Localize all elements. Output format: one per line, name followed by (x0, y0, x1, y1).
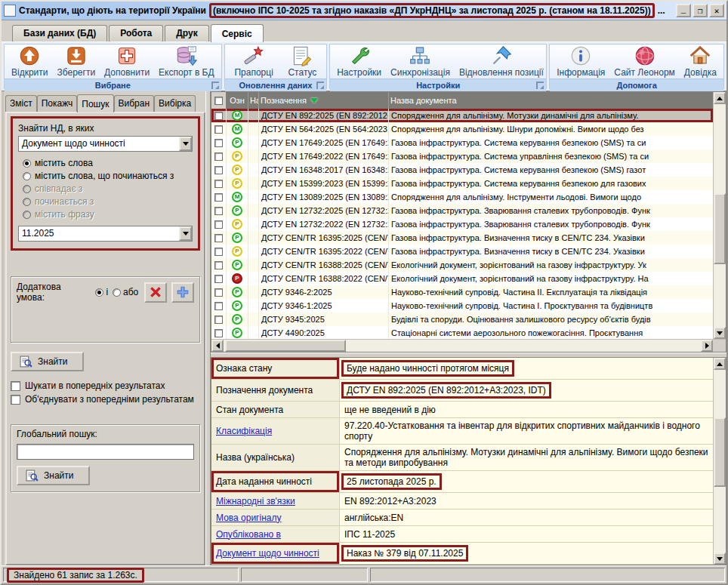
table-row[interactable]: Р ДСТУ EN 17649:2025 (EN 17649:2022, Газ… (211, 136, 713, 149)
row-checkbox[interactable] (214, 152, 223, 161)
search-value-dropdown[interactable]: 11.2025 (18, 226, 193, 242)
scroll-thumb[interactable] (225, 340, 346, 352)
table-row[interactable]: Р ДСТУ 9346-1:2025 Науково-технічний суп… (211, 299, 713, 313)
vertical-splitter[interactable] (205, 91, 211, 565)
tab-print[interactable]: Друк (165, 25, 208, 42)
row-checkbox[interactable] (214, 316, 223, 324)
row-checkbox[interactable] (214, 139, 223, 147)
detail-label[interactable]: Міжнародні зв'язки (216, 496, 295, 506)
table-row[interactable]: М ДСТУ EN 564:2025 (EN 564:2023, IDT) Сп… (211, 122, 713, 136)
scroll-down-icon[interactable] (714, 553, 726, 565)
tab-databases[interactable]: Бази даних (БД) (12, 25, 107, 42)
tab-service[interactable]: Сервіс (211, 24, 264, 42)
row-checkbox[interactable] (214, 166, 223, 174)
restore-position-button[interactable]: Відновлення позиції (457, 45, 546, 78)
table-row[interactable]: Р ДСТУ CEN/TR 16395:2022 (CEN/TR 16: Газ… (211, 245, 713, 258)
row-checkbox[interactable] (214, 248, 223, 256)
sidebar-tab-index[interactable]: Покажч (37, 95, 78, 112)
search-in-previous-checkbox[interactable]: Шукати в попередніх результатах (11, 380, 200, 391)
row-checkbox[interactable] (214, 275, 223, 283)
sidebar-tab-contents[interactable]: Зміст (5, 95, 37, 112)
row-checkbox[interactable] (214, 288, 223, 297)
scroll-thumb[interactable] (714, 417, 726, 487)
detail-label[interactable]: Документ щодо чинності (216, 548, 319, 559)
select-all-checkbox[interactable] (211, 92, 227, 109)
column-header-title[interactable]: Назва документа (389, 92, 713, 109)
horizontal-splitter[interactable] (211, 353, 726, 358)
leonorm-site-button[interactable]: Сайт Леонорм (612, 45, 677, 78)
column-header-status[interactable]: Озн (227, 92, 248, 109)
dropdown-arrow-icon[interactable] (179, 137, 192, 151)
append-button[interactable]: Доповнити (102, 45, 152, 78)
table-row[interactable]: Р ДСТУ EN 12732:2022 (EN 12732:2021, Газ… (211, 217, 713, 231)
table-row[interactable]: Р ДСТУ 9346-2:2025 Науково-технічний суп… (211, 285, 713, 299)
table-row[interactable]: Р ДСТУ CEN/TR 16395:2025 (CEN/TR 16: Газ… (211, 231, 713, 245)
settings-button[interactable]: Настройки (335, 45, 384, 78)
detail-label[interactable]: Класифікація (216, 426, 272, 436)
filter-icon[interactable] (310, 98, 318, 103)
scroll-left-icon[interactable] (211, 340, 224, 352)
status-button[interactable]: Статус (285, 45, 319, 78)
table-row[interactable]: Р ДСТУ EN 17649:2022 (EN 17649:2022, Газ… (211, 149, 713, 163)
scroll-down-icon[interactable] (714, 327, 726, 339)
sync-button[interactable]: Синхронізація (388, 45, 452, 78)
merge-with-previous-checkbox[interactable]: Об'єднувати з попередніми результатам (11, 394, 200, 405)
column-header-code[interactable]: Позначення (259, 92, 389, 109)
details-vertical-scrollbar[interactable] (713, 358, 726, 565)
detail-label[interactable]: Мова оригіналу (216, 513, 281, 523)
global-search-input[interactable] (17, 444, 194, 460)
save-button[interactable]: Зберегти (55, 45, 98, 78)
row-checkbox[interactable] (214, 302, 223, 310)
help-button[interactable]: Довідка (682, 45, 719, 78)
match-mode-radio[interactable]: починається з (23, 196, 193, 207)
table-row[interactable]: Р ДСТУ CEN/TR 16388:2022 (CEN/TR 16: Еко… (211, 272, 713, 285)
table-row[interactable]: Р ДСТУ EN 12732:2025 (EN 12732:2021, Газ… (211, 204, 713, 217)
global-find-button[interactable]: Знайти (17, 466, 90, 485)
table-row[interactable]: Р ДСТУ 4490:2025 Стаціонарні системи аер… (211, 326, 713, 339)
remove-condition-button[interactable] (144, 282, 167, 303)
row-checkbox[interactable] (214, 220, 223, 229)
table-row[interactable]: Р ДСТУ EN 16348:2017 (EN 16348:2013, Газ… (211, 163, 713, 177)
tab-work[interactable]: Робота (109, 25, 163, 42)
row-checkbox[interactable] (214, 261, 223, 269)
table-row[interactable]: М ДСТУ EN 13089:2025 (EN 13089:2011+ Спо… (211, 190, 713, 204)
grid-horizontal-scrollbar[interactable] (211, 339, 726, 352)
scroll-thumb[interactable] (714, 193, 726, 264)
grid-vertical-scrollbar[interactable] (713, 92, 726, 339)
add-condition-button[interactable] (171, 282, 194, 303)
open-button[interactable]: Відкрити (9, 45, 51, 78)
and-radio[interactable]: і (95, 287, 108, 297)
search-field-dropdown[interactable]: Документ щодо чинності (18, 136, 193, 152)
flags-button[interactable]: Прапорці (232, 45, 275, 78)
row-checkbox[interactable] (214, 207, 223, 215)
export-db-button[interactable]: Експорт в БД (156, 45, 217, 78)
sidebar-tab-selected[interactable]: Вибран (114, 95, 155, 112)
close-button[interactable]: ✕ (709, 4, 724, 17)
dropdown-arrow-icon[interactable] (179, 226, 192, 241)
scroll-up-icon[interactable] (714, 92, 726, 104)
match-mode-radio[interactable]: містить фразу (23, 209, 193, 220)
sidebar-tab-selection[interactable]: Вибірка (154, 95, 196, 112)
row-checkbox[interactable] (214, 112, 223, 120)
row-checkbox[interactable] (214, 180, 223, 188)
column-header-name-short[interactable]: Наз (248, 92, 259, 109)
minimize-button[interactable]: _ (676, 4, 691, 17)
match-mode-radio[interactable]: містить слова (23, 158, 193, 168)
information-button[interactable]: Інформація (554, 45, 607, 78)
match-mode-radio[interactable]: містить слова, що починаються з (23, 171, 193, 181)
row-checkbox[interactable] (214, 234, 223, 242)
scroll-right-icon[interactable] (701, 340, 713, 352)
table-row[interactable]: Р ДСТУ EN 15399:2023 (EN 15399:2018, Газ… (211, 177, 713, 190)
row-checkbox[interactable] (214, 329, 223, 337)
dialog-launcher-icon[interactable] (316, 82, 324, 89)
find-button[interactable]: Знайти (11, 352, 84, 371)
or-radio[interactable]: або (113, 287, 138, 297)
match-mode-radio[interactable]: співпадає з (23, 183, 193, 194)
row-checkbox[interactable] (214, 193, 223, 202)
sidebar-tab-search[interactable]: Пошук (77, 94, 113, 112)
scroll-up-icon[interactable] (714, 358, 726, 370)
dialog-launcher-icon[interactable] (536, 82, 544, 89)
dialog-launcher-icon[interactable] (211, 82, 219, 89)
table-row[interactable]: Р ДСТУ 9345:2025 Будівлі та споруди. Оці… (211, 313, 713, 326)
table-row[interactable]: М ДСТУ EN 892:2025 (EN 892:2012+А3:2( Сп… (211, 109, 713, 122)
